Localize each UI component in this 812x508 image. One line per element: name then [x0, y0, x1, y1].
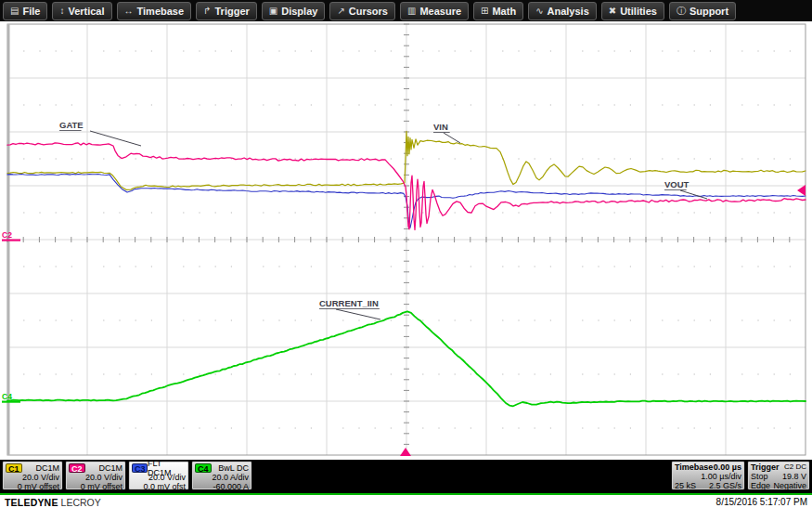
grid-dot — [342, 50, 343, 51]
grid-dot — [518, 158, 519, 159]
channel-box-c3[interactable]: C3FLT DC1M20.0 V/div0.0 mV ofst — [128, 461, 189, 490]
grid-dot — [56, 427, 57, 428]
grid-dot — [710, 319, 711, 320]
menu-analysis[interactable]: ∿Analysis — [528, 2, 597, 20]
grid-dot — [39, 104, 40, 105]
grid-dot — [358, 427, 359, 428]
channel-offset-c4: -60.000 A — [195, 482, 249, 491]
grid-dot — [151, 50, 152, 51]
grid-dot — [438, 158, 439, 159]
channel-zero-marker-c4[interactable]: C4 — [2, 392, 12, 401]
channel-coupling-c2: DC1M — [98, 463, 122, 473]
grid-dot — [311, 427, 312, 428]
grid-dot — [311, 373, 312, 374]
menu-utilities[interactable]: ✖Utilities — [601, 2, 664, 20]
grid-dot — [694, 373, 695, 374]
menu-support[interactable]: ⓘSupport — [669, 2, 736, 20]
grid-dot — [677, 319, 678, 320]
brand-teledyne: TELEDYNE — [5, 497, 58, 508]
trigger-box[interactable]: TriggerC2 DC Stop19.8 V EdgeNegative — [747, 461, 810, 490]
grid-dot — [199, 319, 200, 320]
grid-dot — [422, 104, 423, 105]
grid-dot — [502, 104, 503, 105]
grid-dot — [151, 266, 152, 267]
grid-dot — [358, 373, 359, 374]
grid-dot — [694, 50, 695, 51]
grid-dot — [630, 427, 631, 428]
menu-display[interactable]: ▣Display — [262, 2, 326, 20]
cursor-arrow-icon: ↗ — [337, 6, 344, 16]
grid-dot — [630, 319, 631, 320]
menu-trigger[interactable]: ↱Trigger — [196, 2, 257, 20]
grid-dot — [151, 158, 152, 159]
grid-dot — [119, 104, 120, 105]
trigger-time-marker[interactable] — [400, 448, 411, 456]
grid-dot — [455, 266, 456, 267]
grid-dot — [375, 212, 376, 213]
timebase-rate: 2.5 GS/s — [709, 481, 741, 490]
grid-dot — [790, 104, 791, 105]
grid-dot — [215, 319, 216, 320]
grid-dot — [757, 319, 758, 320]
grid-dot — [741, 50, 742, 51]
channel-box-c4[interactable]: C4BwL DC20.0 A/div-60.000 A — [191, 461, 252, 490]
grid-dot — [470, 373, 471, 374]
channel-box-c2[interactable]: C2DC1M20.0 V/div0 mV offset — [65, 461, 126, 490]
channel-box-c1[interactable]: C1DC1M20.0 V/div0 mV offset — [2, 461, 63, 490]
grid-dot — [518, 373, 519, 374]
grid-dot — [23, 212, 24, 213]
grid-dot — [263, 50, 264, 51]
grid-dot — [103, 50, 104, 51]
grid-dot — [375, 50, 376, 51]
trigger-label: Trigger — [751, 462, 780, 472]
channel-badge-c2: C2 — [69, 463, 85, 473]
grid-dot — [662, 373, 663, 374]
grid-dot — [535, 427, 535, 428]
grid-dot — [375, 266, 376, 267]
grid-dot — [295, 266, 296, 267]
grid-dot — [630, 50, 631, 51]
menu-file[interactable]: ▤File — [3, 2, 47, 20]
grid-dot — [630, 266, 631, 267]
grid-dot — [215, 104, 216, 105]
channel-zero-marker-c2[interactable]: C2 — [2, 230, 12, 240]
trigger-level-marker[interactable] — [797, 185, 806, 196]
menu-bar: ▤File↕Vertical↔Timebase↱Trigger▣Display↗… — [0, 0, 812, 21]
oscilloscope-screen: ▤File↕Vertical↔Timebase↱Trigger▣Display↗… — [0, 0, 812, 508]
grid-dot — [375, 373, 376, 374]
grid-dot — [119, 266, 120, 267]
grid-dot — [151, 104, 152, 105]
menu-math[interactable]: ⊞Math — [473, 2, 523, 20]
menu-timebase[interactable]: ↔Timebase — [117, 2, 192, 20]
grid-dot — [710, 373, 711, 374]
grid-dot — [757, 212, 758, 213]
menu-vertical[interactable]: ↕Vertical — [52, 2, 111, 20]
grid-dot — [151, 212, 152, 213]
grid-dot — [774, 373, 775, 374]
grid-dot — [71, 373, 72, 374]
grid-dot — [757, 266, 758, 267]
grid-dot — [391, 104, 392, 105]
grid-dot — [295, 104, 296, 105]
grid-dot — [135, 50, 136, 51]
grid-dot — [311, 104, 312, 105]
menu-measure[interactable]: ▥Measure — [400, 2, 469, 20]
grid-dot — [518, 104, 519, 105]
grid-dot — [199, 373, 200, 374]
grid-dot — [694, 427, 695, 428]
grid-dot — [375, 319, 376, 320]
menu-cursors[interactable]: ↗Cursors — [329, 2, 395, 20]
horizontal-arrows-icon: ↔ — [124, 6, 134, 16]
grid-dot — [119, 319, 120, 320]
grid-dot — [56, 158, 57, 159]
timebase-box[interactable]: Timebase0.00 µs 1.00 µs/div 25 kS2.5 GS/… — [671, 461, 745, 490]
grid-dot — [422, 427, 423, 428]
grid-dot — [263, 212, 264, 213]
grid-dot — [741, 212, 742, 213]
grid-dot — [231, 212, 232, 213]
menu-label-analysis: Analysis — [548, 6, 589, 17]
grid-dot — [662, 158, 663, 159]
menu-label-measure: Measure — [419, 6, 461, 17]
grid-dot — [614, 158, 615, 159]
grid-dot — [422, 266, 423, 267]
